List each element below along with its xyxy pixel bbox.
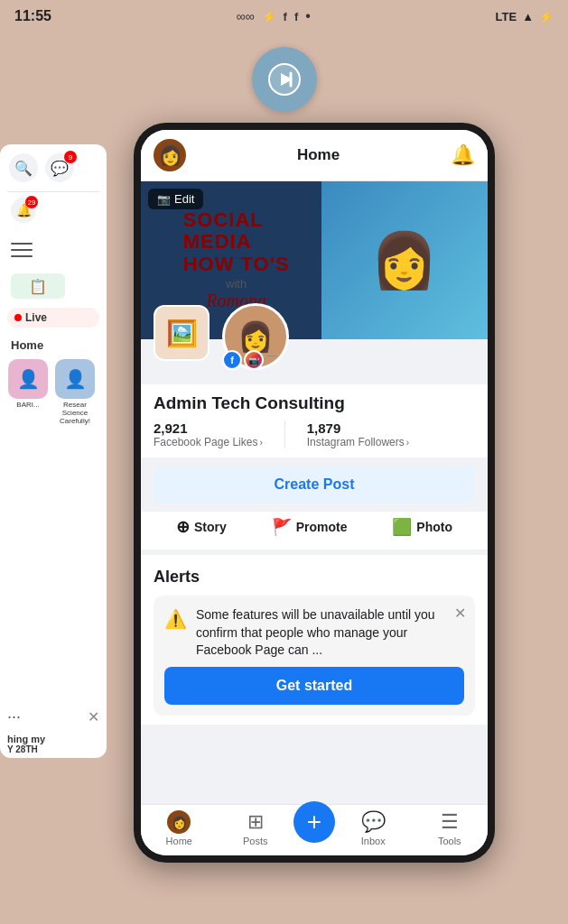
photo-label: Photo bbox=[416, 520, 452, 534]
header-avatar[interactable]: 👩 bbox=[154, 139, 186, 171]
alert-message: Some features will be unavailable until … bbox=[196, 606, 464, 660]
notifications-row: 🔔 29 bbox=[0, 192, 107, 228]
alert-warning-icon: ⚠️ bbox=[164, 608, 187, 630]
inbox-icon: 💬 bbox=[361, 810, 386, 834]
alert-close-button[interactable]: ✕ bbox=[454, 605, 466, 622]
phone-frame: 👩 Home 🔔 SocialMediaHow To's with Romona… bbox=[134, 123, 495, 863]
nav-plus-button[interactable]: + bbox=[293, 801, 335, 843]
signal-icon: ▲ bbox=[522, 10, 534, 23]
nav-home[interactable]: 👩 Home bbox=[141, 810, 218, 846]
posts-label: Posts bbox=[243, 836, 268, 846]
notification-bell-icon[interactable]: 🔔 bbox=[451, 143, 475, 167]
create-post-button[interactable]: Create Post bbox=[154, 467, 475, 503]
instagram-chevron-icon: › bbox=[406, 438, 409, 448]
messenger-icon[interactable]: 💬 9 bbox=[45, 153, 74, 182]
image-placeholder: 🖼️ bbox=[154, 305, 210, 361]
battery-icon: ⚡ bbox=[539, 10, 554, 23]
live-label: Live bbox=[25, 311, 47, 324]
search-icon[interactable]: 🔍 bbox=[9, 153, 38, 182]
instagram-followers-label: Instagram Followers › bbox=[307, 436, 409, 448]
phone-content[interactable]: SocialMediaHow To's with Romona 👩 📷 Edit… bbox=[141, 181, 488, 804]
lte-label: LTE bbox=[496, 10, 517, 23]
left-panel: 🔍 💬 9 🔔 29 📋 Live Home 👤 BARI... 👤 Resea… bbox=[0, 144, 107, 758]
home-label: Home bbox=[166, 836, 192, 846]
nav-posts[interactable]: ⊞ Posts bbox=[218, 810, 294, 846]
page-name: Admin Tech Consulting bbox=[154, 393, 475, 413]
facebook-icon2: f bbox=[294, 10, 298, 23]
alert-card-header: ⚠️ Some features will be unavailable unt… bbox=[164, 606, 464, 660]
nav-tools[interactable]: ☰ Tools bbox=[412, 810, 489, 846]
hamburger-icon[interactable] bbox=[11, 239, 33, 261]
story-label: Story bbox=[194, 520, 227, 534]
camera-icon: 📷 bbox=[157, 193, 171, 206]
rooms-label: Home bbox=[0, 331, 107, 356]
facebook-likes-number: 2,921 bbox=[154, 420, 263, 436]
bottom-nav: 👩 Home ⊞ Posts + 💬 Inbox ☰ Tools bbox=[141, 804, 488, 855]
room-avatar-2: 👤 bbox=[55, 359, 95, 399]
home-avatar: 👩 bbox=[167, 810, 191, 834]
call-icon: ⚡ bbox=[262, 10, 276, 23]
instagram-dash: — bbox=[267, 350, 276, 370]
left-preview-text: hing my Y 28TH bbox=[0, 730, 107, 758]
alert-card: ⚠️ Some features will be unavailable unt… bbox=[154, 596, 475, 716]
rooms-list: 👤 BARI... 👤 ResearScienceCarefully! bbox=[0, 356, 107, 429]
center-play-button[interactable] bbox=[252, 47, 317, 112]
plus-icon: + bbox=[307, 808, 321, 836]
voicemail-icon: ∞∞ bbox=[237, 9, 255, 23]
promote-action[interactable]: 🚩 Promote bbox=[272, 517, 348, 537]
room-label-2: ResearScienceCarefully! bbox=[55, 401, 95, 425]
stat-divider bbox=[284, 420, 285, 448]
room-label-1: BARI... bbox=[8, 401, 48, 409]
story-action[interactable]: ⊕ Story bbox=[176, 517, 227, 537]
facebook-likes-label: Facebook Page Likes › bbox=[154, 436, 263, 448]
inbox-label: Inbox bbox=[361, 836, 386, 846]
notification-icon[interactable]: 🔔 29 bbox=[11, 198, 36, 223]
status-bar: 11:55 ∞∞ ⚡ f f • LTE ▲ ⚡ bbox=[0, 0, 568, 32]
get-started-button[interactable]: Get started bbox=[164, 667, 464, 705]
header-title: Home bbox=[297, 146, 340, 164]
close-icon[interactable]: ✕ bbox=[88, 708, 99, 725]
instagram-followers-number: 1,879 bbox=[307, 420, 409, 436]
room-avatar-1: 👤 bbox=[8, 359, 48, 399]
room-item-2[interactable]: 👤 ResearScienceCarefully! bbox=[54, 359, 96, 425]
facebook-likes-stat[interactable]: 2,921 Facebook Page Likes › bbox=[154, 420, 263, 448]
nav-inbox[interactable]: 💬 Inbox bbox=[335, 810, 412, 846]
cover-section: SocialMediaHow To's with Romona 👩 📷 Edit… bbox=[141, 181, 488, 339]
more-options-icon[interactable]: ··· bbox=[7, 707, 21, 726]
alerts-title: Alerts bbox=[154, 568, 475, 587]
posts-icon: ⊞ bbox=[247, 810, 264, 834]
photo-action[interactable]: 🟩 Photo bbox=[392, 517, 452, 537]
room-item-1[interactable]: 👤 BARI... bbox=[7, 359, 49, 425]
facebook-icon1: f bbox=[284, 10, 287, 23]
status-right-icons: LTE ▲ ⚡ bbox=[496, 10, 554, 23]
story-icon: ⊕ bbox=[176, 517, 190, 537]
left-panel-top: 🔍 💬 9 bbox=[0, 144, 107, 191]
live-button[interactable]: Live bbox=[7, 308, 99, 328]
left-bottom-row: ··· ✕ bbox=[0, 704, 107, 730]
photo-icon: 🟩 bbox=[392, 517, 412, 537]
chevron-icon: › bbox=[259, 438, 262, 448]
notif-badge: 29 bbox=[25, 196, 38, 208]
status-time: 11:55 bbox=[14, 8, 51, 24]
phone-inner: 👩 Home 🔔 SocialMediaHow To's with Romona… bbox=[141, 130, 488, 855]
tools-label: Tools bbox=[438, 836, 461, 846]
page-info: Admin Tech Consulting 2,921 Facebook Pag… bbox=[141, 384, 488, 457]
phone-header: 👩 Home 🔔 bbox=[141, 130, 488, 181]
instagram-social-badge: 📷 bbox=[244, 350, 264, 370]
profile-avatar-section: 👩 f 📷 — bbox=[222, 303, 289, 370]
messenger-badge: 9 bbox=[64, 151, 77, 163]
dot-icon: • bbox=[305, 8, 311, 24]
instagram-followers-stat[interactable]: 1,879 Instagram Followers › bbox=[307, 420, 409, 448]
edit-label: Edit bbox=[174, 192, 194, 206]
promote-label: Promote bbox=[296, 520, 348, 534]
banner-with: with bbox=[226, 277, 247, 291]
quick-actions: ⊕ Story 🚩 Promote 🟩 Photo bbox=[141, 512, 488, 555]
edit-button[interactable]: 📷 Edit bbox=[148, 189, 203, 209]
menu-row[interactable] bbox=[0, 232, 107, 268]
green-action-icon[interactable]: 📋 bbox=[11, 273, 65, 299]
status-center-icons: ∞∞ ⚡ f f • bbox=[237, 8, 311, 24]
green-icon-symbol: 📋 bbox=[29, 278, 47, 295]
live-dot bbox=[14, 314, 22, 321]
facebook-social-badge: f bbox=[222, 350, 242, 370]
tools-icon: ☰ bbox=[441, 810, 459, 834]
